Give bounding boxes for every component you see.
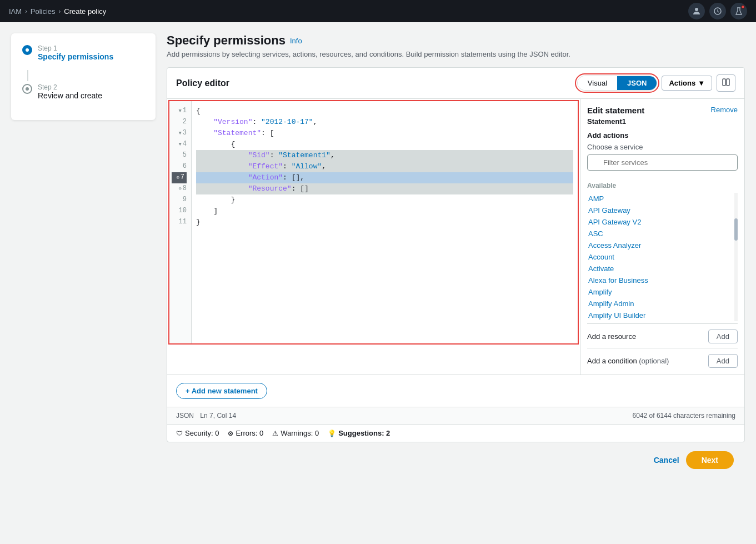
layout-icon-btn[interactable]: [717, 74, 735, 92]
breadcrumb-iam[interactable]: IAM: [9, 7, 22, 16]
ln-9: 9: [172, 194, 187, 206]
panel-header: Edit statement Remove: [587, 106, 738, 115]
service-api-gateway-v2[interactable]: API Gateway V2: [587, 216, 738, 228]
add-resource-label: Add a resource: [587, 332, 636, 341]
svg-point-0: [695, 8, 698, 11]
add-condition-label: Add a condition (optional): [587, 357, 669, 365]
page-description: Add permissions by selecting services, a…: [167, 50, 745, 58]
step1-label: Step 1: [38, 44, 113, 52]
step2-item: Step 2 Review and create: [22, 83, 144, 100]
code-line-2: "Version": "2012-10-17",: [196, 117, 573, 128]
code-area: ▼1 2 ▼3 ▼4 5 6 ⊙ 7 ⊙ 8 9 10 11: [168, 100, 579, 345]
code-line-1: {: [196, 106, 573, 117]
status-bar: JSON Ln 7, Col 14 6042 of 6144 character…: [167, 407, 744, 424]
user-icon-btn[interactable]: [688, 3, 705, 19]
main-layout: Step 1 Specify permissions Step 2 Review…: [0, 22, 756, 544]
step-connector: [27, 70, 28, 81]
code-line-4: {: [196, 139, 573, 150]
ln-2: 2: [172, 117, 187, 128]
bottom-actions: Cancel Next: [167, 442, 745, 478]
scrollbar-thumb[interactable]: [734, 218, 738, 241]
code-content: { "Version": "2012-10-17", "Statement": …: [192, 101, 578, 343]
choose-service-label: Choose a service: [587, 143, 738, 151]
service-alexa-for-business[interactable]: Alexa for Business: [587, 275, 738, 286]
code-line-7: "Action": [],: [196, 172, 573, 183]
editor-title: Policy editor: [176, 78, 229, 88]
scrollbar-track: [734, 193, 738, 321]
errors-item: ⊗ Errors: 0: [228, 429, 263, 437]
nav-icons: [688, 3, 747, 19]
notification-badge: [741, 5, 745, 9]
flask-icon-btn[interactable]: [730, 3, 747, 19]
ln-10: 10: [172, 206, 187, 217]
ln-1: ▼1: [172, 106, 187, 117]
service-asc[interactable]: ASC: [587, 228, 738, 239]
panel-title: Edit statement: [587, 106, 644, 115]
add-resource-button[interactable]: Add: [708, 330, 738, 343]
tab-visual[interactable]: Visual: [578, 76, 617, 90]
status-mode: JSON: [176, 412, 194, 420]
user-icon: [692, 7, 701, 16]
ln-3: ▼3: [172, 128, 187, 139]
svg-rect-2: [723, 79, 725, 86]
step2-name: Review and create: [38, 91, 102, 100]
code-line-6: "Effect": "Allow",: [196, 161, 573, 172]
code-editor[interactable]: ▼1 2 ▼3 ▼4 5 6 ⊙ 7 ⊙ 8 9 10 11: [167, 99, 580, 375]
service-amplify-ui-builder[interactable]: Amplify UI Builder: [587, 310, 738, 321]
step2-label: Step 2: [38, 83, 102, 91]
service-activate[interactable]: Activate: [587, 263, 738, 275]
ln-5: 5: [172, 150, 187, 161]
warnings-item: ⚠ Warnings: 0: [272, 429, 319, 437]
add-statement-button[interactable]: + Add new statement: [176, 383, 267, 399]
service-amplify-admin[interactable]: Amplify Admin: [587, 298, 738, 310]
page-header: Specify permissions Info Add permissions…: [167, 33, 745, 58]
next-button[interactable]: Next: [686, 451, 734, 469]
cancel-button[interactable]: Cancel: [654, 456, 679, 465]
code-line-3: "Statement": [: [196, 128, 573, 139]
ln-7: ⊙ 7: [172, 172, 187, 183]
policy-editor-card: Policy editor Visual JSON Actions ▼: [167, 67, 745, 442]
code-line-8: "Resource": []: [196, 183, 573, 194]
available-label: Available: [587, 182, 738, 189]
suggestions-item: 💡 Suggestions: 2: [328, 429, 390, 437]
clock-icon-btn[interactable]: [709, 3, 726, 19]
suggestions-icon: 💡: [328, 430, 336, 437]
remove-link[interactable]: Remove: [711, 106, 738, 114]
top-nav: IAM › Policies › Create policy: [0, 0, 756, 22]
actions-button[interactable]: Actions ▼: [662, 76, 712, 91]
breadcrumb: IAM › Policies › Create policy: [9, 7, 106, 16]
service-amplify[interactable]: Amplify: [587, 286, 738, 298]
service-api-gateway[interactable]: API Gateway: [587, 204, 738, 216]
sep2: ›: [59, 8, 61, 14]
editor-header: Policy editor Visual JSON Actions ▼: [167, 68, 744, 99]
info-link[interactable]: Info: [290, 37, 302, 45]
service-access-analyzer[interactable]: Access Analyzer: [587, 239, 738, 251]
layout-icon: [722, 78, 730, 87]
service-amp[interactable]: AMP: [587, 193, 738, 204]
tab-json[interactable]: JSON: [617, 76, 657, 90]
dropdown-icon: ▼: [698, 79, 705, 87]
ln-6: 6: [172, 161, 187, 172]
code-line-9: }: [196, 194, 573, 206]
tab-group: Visual JSON: [577, 76, 658, 91]
service-list: AMP API Gateway API Gateway V2 ASC Acces…: [587, 193, 738, 321]
editor-footer: + Add new statement: [167, 375, 744, 407]
search-wrapper: 🔍: [587, 154, 738, 176]
editor-controls: Visual JSON Actions ▼: [577, 74, 735, 92]
step2-circle: [22, 84, 32, 94]
status-left: JSON Ln 7, Col 14: [176, 412, 236, 420]
page-title: Specify permissions Info: [167, 33, 745, 48]
filter-services-input[interactable]: [587, 154, 738, 171]
add-condition-button[interactable]: Add: [708, 354, 738, 368]
breadcrumb-policies[interactable]: Policies: [31, 7, 56, 16]
security-icon: 🛡: [176, 430, 183, 437]
add-actions-title: Add actions: [587, 131, 738, 139]
content-area: Specify permissions Info Add permissions…: [167, 33, 745, 533]
step1-circle: [22, 45, 32, 55]
service-account[interactable]: Account: [587, 251, 738, 263]
status-position: Ln 7, Col 14: [200, 412, 236, 420]
line-numbers: ▼1 2 ▼3 ▼4 5 6 ⊙ 7 ⊙ 8 9 10 11: [169, 101, 192, 343]
services-container: AMP API Gateway API Gateway V2 ASC Acces…: [587, 193, 738, 321]
sep1: ›: [25, 8, 27, 14]
errors-icon: ⊗: [228, 430, 233, 437]
